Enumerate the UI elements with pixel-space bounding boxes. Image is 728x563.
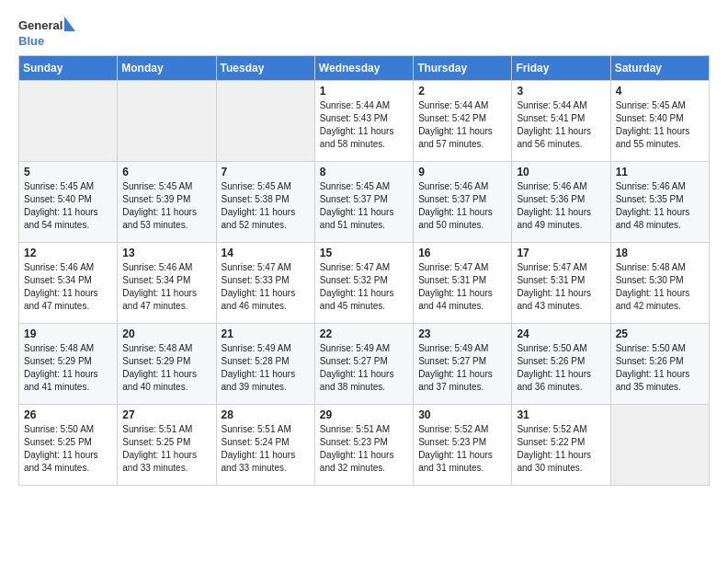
day-number: 6 xyxy=(122,166,210,178)
day-number: 21 xyxy=(222,327,310,340)
calendar-cell: 11Sunrise: 5:46 AMSunset: 5:35 PMDayligh… xyxy=(610,162,709,243)
cell-details: Sunrise: 5:44 AMSunset: 5:42 PMDaylight:… xyxy=(418,99,506,151)
calendar-table: SundayMondayTuesdayWednesdayThursdayFrid… xyxy=(18,55,710,486)
sunrise-text: Sunrise: 5:45 AM xyxy=(122,180,210,193)
sunset-text: Sunset: 5:32 PM xyxy=(320,274,408,287)
sunset-text: Sunset: 5:41 PM xyxy=(517,112,605,125)
sunset-text: Sunset: 5:30 PM xyxy=(616,274,704,287)
cell-details: Sunrise: 5:52 AMSunset: 5:22 PMDaylight:… xyxy=(517,423,605,475)
sunset-text: Sunset: 5:42 PM xyxy=(418,112,506,125)
daylight-text: Daylight: 11 hours and 36 minutes. xyxy=(517,368,605,394)
calendar-cell: 30Sunrise: 5:52 AMSunset: 5:23 PMDayligh… xyxy=(414,405,512,486)
sunrise-text: Sunrise: 5:44 AM xyxy=(320,99,408,112)
calendar-cell: 20Sunrise: 5:48 AMSunset: 5:29 PMDayligh… xyxy=(118,324,216,405)
daylight-text: Daylight: 11 hours and 47 minutes. xyxy=(122,287,210,313)
calendar-cell: 5Sunrise: 5:45 AMSunset: 5:40 PMDaylight… xyxy=(19,162,118,243)
sunset-text: Sunset: 5:34 PM xyxy=(24,274,112,287)
daylight-text: Daylight: 11 hours and 58 minutes. xyxy=(320,125,408,151)
week-row-5: 26Sunrise: 5:50 AMSunset: 5:25 PMDayligh… xyxy=(19,405,710,486)
daylight-text: Daylight: 11 hours and 33 minutes. xyxy=(122,449,210,475)
sunrise-text: Sunrise: 5:50 AM xyxy=(616,342,704,355)
sunrise-text: Sunrise: 5:46 AM xyxy=(122,261,210,274)
weekday-header-wednesday: Wednesday xyxy=(314,56,413,81)
daylight-text: Daylight: 11 hours and 40 minutes. xyxy=(122,368,210,394)
daylight-text: Daylight: 11 hours and 37 minutes. xyxy=(418,368,506,394)
day-number: 13 xyxy=(122,247,210,259)
general-blue-logo-svg: GeneralBlue xyxy=(18,15,75,48)
cell-details: Sunrise: 5:50 AMSunset: 5:25 PMDaylight:… xyxy=(24,423,112,475)
day-number: 3 xyxy=(517,85,605,98)
calendar-cell: 22Sunrise: 5:49 AMSunset: 5:27 PMDayligh… xyxy=(314,324,413,405)
cell-details: Sunrise: 5:49 AMSunset: 5:27 PMDaylight:… xyxy=(320,342,408,394)
calendar-cell: 8Sunrise: 5:45 AMSunset: 5:37 PMDaylight… xyxy=(314,162,413,243)
calendar-cell: 18Sunrise: 5:48 AMSunset: 5:30 PMDayligh… xyxy=(610,243,709,324)
sunset-text: Sunset: 5:31 PM xyxy=(517,274,605,287)
calendar-cell xyxy=(118,81,216,162)
daylight-text: Daylight: 11 hours and 30 minutes. xyxy=(517,449,605,475)
day-number: 10 xyxy=(517,166,605,178)
sunset-text: Sunset: 5:40 PM xyxy=(616,112,704,125)
sunrise-text: Sunrise: 5:50 AM xyxy=(517,342,605,355)
sunset-text: Sunset: 5:23 PM xyxy=(418,436,506,449)
day-number: 11 xyxy=(616,166,704,178)
day-number: 16 xyxy=(418,247,506,259)
cell-details: Sunrise: 5:48 AMSunset: 5:30 PMDaylight:… xyxy=(616,261,704,313)
cell-details: Sunrise: 5:44 AMSunset: 5:41 PMDaylight:… xyxy=(517,99,605,151)
calendar-cell: 29Sunrise: 5:51 AMSunset: 5:23 PMDayligh… xyxy=(314,405,413,486)
calendar-cell xyxy=(19,81,118,162)
daylight-text: Daylight: 11 hours and 41 minutes. xyxy=(24,368,112,394)
sunset-text: Sunset: 5:28 PM xyxy=(222,355,310,368)
daylight-text: Daylight: 11 hours and 56 minutes. xyxy=(517,125,605,151)
sunrise-text: Sunrise: 5:48 AM xyxy=(616,261,704,274)
sunset-text: Sunset: 5:29 PM xyxy=(24,355,112,368)
sunset-text: Sunset: 5:27 PM xyxy=(418,355,506,368)
logo: GeneralBlue xyxy=(18,15,75,48)
day-number: 2 xyxy=(418,85,506,98)
cell-details: Sunrise: 5:44 AMSunset: 5:43 PMDaylight:… xyxy=(320,99,408,151)
sunrise-text: Sunrise: 5:47 AM xyxy=(517,261,605,274)
sunset-text: Sunset: 5:24 PM xyxy=(222,436,310,449)
sunset-text: Sunset: 5:23 PM xyxy=(320,436,408,449)
calendar-cell: 26Sunrise: 5:50 AMSunset: 5:25 PMDayligh… xyxy=(19,405,118,486)
daylight-text: Daylight: 11 hours and 45 minutes. xyxy=(320,287,408,313)
calendar-cell: 31Sunrise: 5:52 AMSunset: 5:22 PMDayligh… xyxy=(512,405,610,486)
daylight-text: Daylight: 11 hours and 35 minutes. xyxy=(616,368,704,394)
sunset-text: Sunset: 5:36 PM xyxy=(517,193,605,206)
sunrise-text: Sunrise: 5:47 AM xyxy=(418,261,506,274)
calendar-cell: 17Sunrise: 5:47 AMSunset: 5:31 PMDayligh… xyxy=(512,243,610,324)
daylight-text: Daylight: 11 hours and 33 minutes. xyxy=(222,449,310,475)
cell-details: Sunrise: 5:48 AMSunset: 5:29 PMDaylight:… xyxy=(24,342,112,394)
day-number: 20 xyxy=(122,327,210,340)
sunrise-text: Sunrise: 5:46 AM xyxy=(418,180,506,193)
daylight-text: Daylight: 11 hours and 42 minutes. xyxy=(616,287,704,313)
sunset-text: Sunset: 5:25 PM xyxy=(122,436,210,449)
day-number: 23 xyxy=(418,327,506,340)
daylight-text: Daylight: 11 hours and 49 minutes. xyxy=(517,206,605,232)
sunrise-text: Sunrise: 5:45 AM xyxy=(222,180,310,193)
calendar-cell: 19Sunrise: 5:48 AMSunset: 5:29 PMDayligh… xyxy=(19,324,118,405)
day-number: 4 xyxy=(616,85,704,98)
day-number: 30 xyxy=(418,408,506,421)
sunset-text: Sunset: 5:31 PM xyxy=(418,274,506,287)
weekday-header-friday: Friday xyxy=(512,56,610,81)
calendar-cell: 12Sunrise: 5:46 AMSunset: 5:34 PMDayligh… xyxy=(19,243,118,324)
calendar-cell: 2Sunrise: 5:44 AMSunset: 5:42 PMDaylight… xyxy=(414,81,512,162)
cell-details: Sunrise: 5:51 AMSunset: 5:25 PMDaylight:… xyxy=(122,423,210,475)
sunset-text: Sunset: 5:39 PM xyxy=(122,193,210,206)
sunset-text: Sunset: 5:43 PM xyxy=(320,112,408,125)
calendar-cell xyxy=(610,405,709,486)
sunrise-text: Sunrise: 5:51 AM xyxy=(222,423,310,436)
day-number: 5 xyxy=(24,166,112,178)
week-row-1: 1Sunrise: 5:44 AMSunset: 5:43 PMDaylight… xyxy=(19,81,710,162)
sunrise-text: Sunrise: 5:50 AM xyxy=(24,423,112,436)
calendar-cell: 10Sunrise: 5:46 AMSunset: 5:36 PMDayligh… xyxy=(512,162,610,243)
day-number: 15 xyxy=(320,247,408,259)
cell-details: Sunrise: 5:47 AMSunset: 5:31 PMDaylight:… xyxy=(418,261,506,313)
day-number: 7 xyxy=(222,166,310,178)
cell-details: Sunrise: 5:47 AMSunset: 5:31 PMDaylight:… xyxy=(517,261,605,313)
sunset-text: Sunset: 5:33 PM xyxy=(222,274,310,287)
svg-marker-2 xyxy=(64,17,75,31)
daylight-text: Daylight: 11 hours and 31 minutes. xyxy=(418,449,506,475)
weekday-header-tuesday: Tuesday xyxy=(216,56,314,81)
daylight-text: Daylight: 11 hours and 53 minutes. xyxy=(122,206,210,232)
